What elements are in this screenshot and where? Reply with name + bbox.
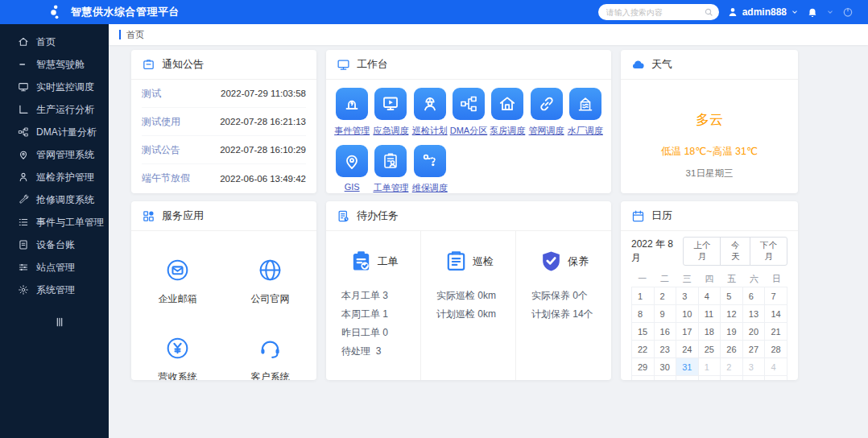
sidebar-item-inspection-maintenance[interactable]: 巡检养护管理 — [0, 166, 109, 188]
collapse-sidebar-icon[interactable] — [53, 316, 66, 328]
calendar-day[interactable]: 20 — [743, 323, 766, 341]
calendar-day[interactable]: 12 — [721, 305, 743, 323]
search-icon[interactable] — [704, 7, 713, 17]
sidebar-item-production-analysis[interactable]: 生产运行分析 — [0, 98, 109, 121]
sidebar-item-realtime-monitoring[interactable]: 实时监控调度 — [0, 76, 109, 98]
calendar-day[interactable]: 7 — [676, 376, 699, 380]
calendar-day[interactable]: 8 — [632, 305, 655, 323]
sidebar-item-station-mgmt[interactable]: 站点管理 — [0, 256, 109, 279]
calendar-day[interactable]: 29 — [632, 358, 655, 376]
calendar-day[interactable]: 6 — [655, 376, 677, 380]
todo-stat: 本周工单 1 — [341, 305, 420, 324]
power-icon[interactable] — [842, 6, 854, 18]
workbench-app-label: 水厂调度 — [568, 125, 603, 137]
calendar-day[interactable]: 11 — [699, 305, 721, 323]
sidebar-item-event-workorder[interactable]: 事件与工单管理 — [0, 211, 109, 233]
service-app-revenue-system[interactable]: 营收系统 — [131, 335, 224, 380]
calendar-day[interactable]: 4 — [699, 287, 721, 305]
route-icon — [414, 145, 446, 177]
workbench-app-workorder-management[interactable]: 工单管理 — [371, 145, 410, 193]
workbench-app-water-plant-dispatch[interactable]: 水厂调度 — [566, 88, 605, 137]
next-month-button[interactable]: 下个月 — [750, 237, 787, 266]
sidebar-item-repair-dispatch[interactable]: 抢修调度系统 — [0, 188, 109, 211]
calendar-day[interactable]: 2 — [655, 287, 677, 305]
workbench-card-header: 工作台 — [326, 50, 611, 80]
sidebar-item-dma-metering[interactable]: DMA计量分析 — [0, 121, 109, 143]
calendar-day[interactable]: 10 — [743, 376, 766, 380]
sidebar-item-pipe-network-mgmt[interactable]: 管网管理系统 — [0, 143, 109, 166]
calendar-day[interactable]: 21 — [765, 323, 787, 341]
calendar-day[interactable]: 1 — [699, 358, 721, 376]
calendar-day[interactable]: 15 — [632, 323, 655, 341]
dashboard-grid: 通知公告 测试2022-07-29 11:03:58测试使用2022-07-28… — [109, 45, 868, 380]
calendar-day[interactable]: 14 — [765, 305, 787, 323]
workbench-app-label: 巡检计划 — [412, 125, 448, 137]
calendar-day[interactable]: 17 — [676, 323, 699, 341]
service-app-customer-system[interactable]: 客户系统 — [224, 335, 316, 380]
calendar-day[interactable]: 3 — [676, 287, 699, 305]
workbench-app-pump-house-dispatch[interactable]: 泵房调度 — [488, 88, 527, 137]
service-app-company-website[interactable]: 公司官网 — [224, 257, 316, 306]
search-input[interactable] — [606, 8, 704, 17]
calendar-day[interactable]: 9 — [655, 305, 677, 323]
today-button[interactable]: 今天 — [720, 237, 750, 266]
calendar-day[interactable]: 30 — [655, 358, 677, 376]
sidebar: 首页智慧驾驶舱实时监控调度生产运行分析DMA计量分析管网管理系统巡检养护管理抢修… — [0, 24, 109, 438]
calendar-day[interactable]: 22 — [632, 341, 655, 358]
breadcrumb-tab-home[interactable]: 首页 — [119, 30, 144, 39]
prev-month-button[interactable]: 上个月 — [683, 237, 721, 266]
calendar-day[interactable]: 18 — [699, 323, 721, 341]
calendar-day[interactable]: 5 — [632, 376, 655, 380]
notice-title-link[interactable]: 测试公告 — [142, 143, 180, 157]
bell-icon[interactable] — [807, 6, 818, 18]
calendar-day[interactable]: 26 — [721, 341, 743, 358]
headset-icon — [257, 335, 283, 362]
calendar-day[interactable]: 5 — [721, 287, 743, 305]
workbench-app-event-management[interactable]: 事件管理 — [333, 88, 371, 137]
sidebar-item-smart-cockpit[interactable]: 智慧驾驶舱 — [0, 53, 109, 76]
workbench-app-dma-zone[interactable]: DMA分区 — [449, 88, 488, 137]
calendar-icon — [631, 209, 645, 223]
sidebar-item-home[interactable]: 首页 — [0, 31, 109, 53]
app-logo-icon — [48, 3, 64, 21]
calendar-day[interactable]: 28 — [765, 341, 787, 358]
calendar-day-today[interactable]: 31 — [676, 358, 699, 376]
service-app-label: 营收系统 — [159, 370, 197, 380]
sidebar-item-device-ledger[interactable]: 设备台账 — [0, 233, 109, 256]
calendar-day[interactable]: 13 — [743, 305, 766, 323]
chevron-down-icon[interactable] — [826, 8, 834, 16]
notice-title-link[interactable]: 测试使用 — [142, 115, 180, 129]
calendar-day[interactable]: 10 — [676, 305, 699, 323]
calendar-cells: 1234567891011121314151617181920212223242… — [631, 287, 787, 380]
notice-title-link[interactable]: 测试 — [142, 87, 161, 101]
calendar-day[interactable]: 25 — [699, 341, 721, 358]
workbench-app-pipe-network-dispatch[interactable]: 管网调度 — [527, 88, 565, 137]
wrench-icon — [18, 194, 29, 205]
calendar-day[interactable]: 7 — [765, 287, 787, 305]
calendar-day[interactable]: 9 — [721, 376, 743, 380]
calendar-day[interactable]: 6 — [743, 287, 766, 305]
todo-stat: 实际保养 0个 — [531, 287, 611, 305]
workbench-app-maintenance-dispatch[interactable]: 维保调度 — [411, 145, 449, 193]
calendar-day[interactable]: 11 — [765, 376, 787, 380]
calendar-day[interactable]: 23 — [655, 341, 677, 358]
calendar-day[interactable]: 19 — [721, 323, 743, 341]
calendar-day[interactable]: 24 — [676, 341, 699, 358]
user-menu[interactable]: admin888 — [727, 6, 799, 18]
calendar-day[interactable]: 2 — [721, 358, 743, 376]
todo-group-header: 工单 — [326, 249, 420, 274]
workbench-app-emergency-dispatch[interactable]: 应急调度 — [371, 88, 410, 137]
calendar-day[interactable]: 4 — [765, 358, 787, 376]
notice-title-link[interactable]: 端午节放假 — [142, 171, 190, 185]
calendar-day[interactable]: 3 — [743, 358, 766, 376]
workbench-app-inspection-plan[interactable]: 巡检计划 — [411, 88, 449, 137]
workbench-app-gis[interactable]: GIS — [333, 145, 371, 193]
shield-check-icon — [539, 249, 564, 274]
calendar-day[interactable]: 16 — [655, 323, 677, 341]
service-app-enterprise-email[interactable]: 企业邮箱 — [131, 257, 224, 306]
calendar-day[interactable]: 27 — [743, 341, 766, 358]
calendar-day[interactable]: 8 — [699, 376, 721, 380]
calendar-day[interactable]: 1 — [632, 287, 655, 305]
weather-card-header: 天气 — [621, 50, 798, 80]
sidebar-item-system-mgmt[interactable]: 系统管理 — [0, 279, 109, 301]
